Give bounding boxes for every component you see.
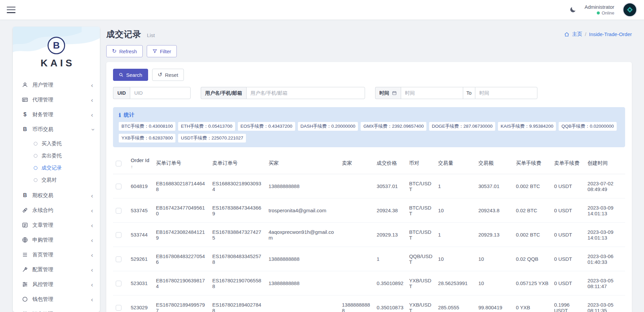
cell-price: 1 <box>374 247 407 271</box>
cell-buy-fee: 0 YXB <box>513 295 551 312</box>
brand-name: KAIS <box>13 58 100 69</box>
chevron-left-icon: ‹ <box>91 222 93 228</box>
row-checkbox[interactable] <box>116 281 121 286</box>
cell-order-id: 523031 <box>128 271 153 295</box>
time-from-input[interactable] <box>401 87 463 99</box>
time-to-input[interactable] <box>475 87 537 99</box>
sidebar-item-option-trade[interactable]: B 期权交易 ‹ <box>13 188 100 203</box>
cell-buy-fee: 0.057125 YXB <box>513 271 551 295</box>
sidebar-subitem-buy-orders[interactable]: 买入委托 <box>13 137 100 150</box>
user-input[interactable] <box>246 87 365 99</box>
refresh-icon: ↻ <box>112 49 116 54</box>
search-icon <box>119 72 123 77</box>
cell-buy-fee: 0.02 QQB <box>513 247 551 271</box>
globe-icon <box>22 237 28 243</box>
chevron-left-icon: ‹ <box>91 237 93 243</box>
row-checkbox[interactable] <box>116 256 121 262</box>
stat-badge-doge: DOGE手续费：287.06730000 <box>429 122 495 131</box>
stat-badge-kais: KAIS手续费：9.95384200 <box>498 122 556 131</box>
column-header-volume: 交易量 <box>436 153 476 174</box>
cell-price: 30537.01 <box>374 174 407 198</box>
sidebar-item-perpetual-contract[interactable]: 永续合约 ‹ <box>13 203 100 218</box>
link-icon <box>22 207 28 214</box>
cell-amount: 30537.01 <box>476 174 513 198</box>
sliders-icon <box>22 281 28 288</box>
row-checkbox[interactable] <box>116 184 121 189</box>
sidebar-item-article-management[interactable]: 文章管理 ‹ <box>13 218 100 232</box>
cell-seller <box>339 198 374 223</box>
sidebar-item-homepage-management[interactable]: 首页管理 ‹ <box>13 247 100 262</box>
home-icon <box>564 32 569 37</box>
cell-buy-fee: 0.002 BTC <box>513 223 551 247</box>
sidebar-subitem-sell-orders[interactable]: 卖出委托 <box>13 150 100 162</box>
table-row: 523031 EB1678021906398174 ES167802190706… <box>113 271 625 295</box>
sidebar-subitem-trade-records[interactable]: 成交记录 <box>13 162 100 174</box>
filter-button[interactable]: Filter <box>147 45 177 57</box>
cell-sell-order-no: ES1678084833452578 <box>209 247 266 271</box>
page-toolbar: ↻ Refresh Filter <box>106 45 632 57</box>
cell-seller <box>339 174 374 198</box>
chevron-left-icon: ‹ <box>91 311 93 312</box>
cell-buyer: 13888888888 <box>266 271 339 295</box>
sidebar-item-user-management[interactable]: 用户管理 ‹ <box>13 77 100 92</box>
brand-logo[interactable]: B KAIS <box>13 27 100 69</box>
avatar[interactable] <box>622 2 637 17</box>
cell-amount: 99.800419 <box>476 295 513 312</box>
sidebar-item-finance-management[interactable]: $ 财务管理 ‹ <box>13 107 100 122</box>
sidebar-item-risk-management[interactable]: 风控管理 ‹ <box>13 277 100 292</box>
uid-input[interactable] <box>130 87 191 99</box>
wrench-icon <box>22 266 28 273</box>
cell-volume: 285.0555 <box>436 295 476 312</box>
sidebar-toggle-button[interactable] <box>7 7 16 13</box>
cell-created-at: 2023-03-06 01:40:33 <box>585 247 625 271</box>
column-header-order-id[interactable]: Order Id ↑ <box>128 153 153 174</box>
circle-icon <box>34 154 37 158</box>
cell-seller <box>339 223 374 247</box>
cell-order-id: 529261 <box>128 247 153 271</box>
stat-badge-yxb: YXB手续费：0.62837800 <box>119 134 175 143</box>
uid-filter-group: UID <box>113 87 191 99</box>
dollar-icon: $ <box>22 111 28 118</box>
sidebar-item-exchange-rate[interactable]: ¥ 汇率管理 ‹ <box>13 307 100 312</box>
stat-badge-usdt: USDT手续费：225070.221027 <box>178 134 246 143</box>
content-card: Search ↺ Reset UID 用户名/手机/邮箱 时间 <box>106 62 632 312</box>
sidebar-item-label: 汇率管理 <box>32 311 91 312</box>
breadcrumb-home-link[interactable]: 主页 <box>572 31 582 37</box>
page-title: 成交记录 <box>106 29 141 39</box>
table-row: 529261 EB1678084832270546 ES167808483345… <box>113 247 625 271</box>
row-checkbox[interactable] <box>116 305 121 311</box>
search-button[interactable]: Search <box>113 69 148 81</box>
select-all-checkbox[interactable] <box>116 161 121 166</box>
circle-icon <box>34 142 37 146</box>
cell-seller: 13888888888 <box>339 295 374 312</box>
sidebar-item-config-management[interactable]: 配置管理 ‹ <box>13 262 100 277</box>
row-checkbox[interactable] <box>116 232 121 238</box>
sidebar-subitem-trading-pairs[interactable]: 交易对 <box>13 174 100 186</box>
table-row: 523029 ES1678021894995797 ES167802189402… <box>113 295 625 312</box>
cell-sell-order-no: ES1688302189030934 <box>209 174 266 198</box>
column-header-created-at: 创建时间 <box>585 153 625 174</box>
user-menu[interactable]: Administrator Online <box>585 4 614 15</box>
sidebar-item-coin-trade[interactable]: B 币币交易 ‹ <box>13 122 100 137</box>
refresh-button[interactable]: ↻ Refresh <box>106 45 143 57</box>
sidebar-item-label: 期权交易 <box>32 192 91 199</box>
sidebar-item-wallet-management[interactable]: 钱包管理 ‹ <box>13 292 100 307</box>
stat-badge-gmx: GMX手续费：2392.09657400 <box>361 122 426 131</box>
cell-buy-order-no: EB1678021906398174 <box>153 271 209 295</box>
chevron-left-icon: ‹ <box>91 112 93 118</box>
user-filter-group: 用户名/手机/邮箱 <box>201 87 365 99</box>
sidebar-subitem-label: 卖出委托 <box>41 153 62 159</box>
chevron-left-icon: ‹ <box>91 252 93 258</box>
column-header-sell-fee: 卖单手续费 <box>551 153 585 174</box>
cell-buyer: trosperonita4@gmail.com <box>266 198 339 223</box>
sidebar-subitem-label: 买入委托 <box>41 141 62 147</box>
reset-icon: ↺ <box>158 72 162 77</box>
chevron-left-icon: ‹ <box>91 207 93 214</box>
reset-button[interactable]: ↺ Reset <box>152 69 184 81</box>
sidebar-item-subscription-management[interactable]: 申购管理 ‹ <box>13 232 100 247</box>
row-checkbox[interactable] <box>116 208 121 214</box>
sidebar-item-label: 钱包管理 <box>32 296 91 303</box>
dark-mode-toggle[interactable] <box>569 6 577 13</box>
to-label: To <box>463 87 475 99</box>
sidebar-item-agent-management[interactable]: 代理管理 ‹ <box>13 92 100 107</box>
